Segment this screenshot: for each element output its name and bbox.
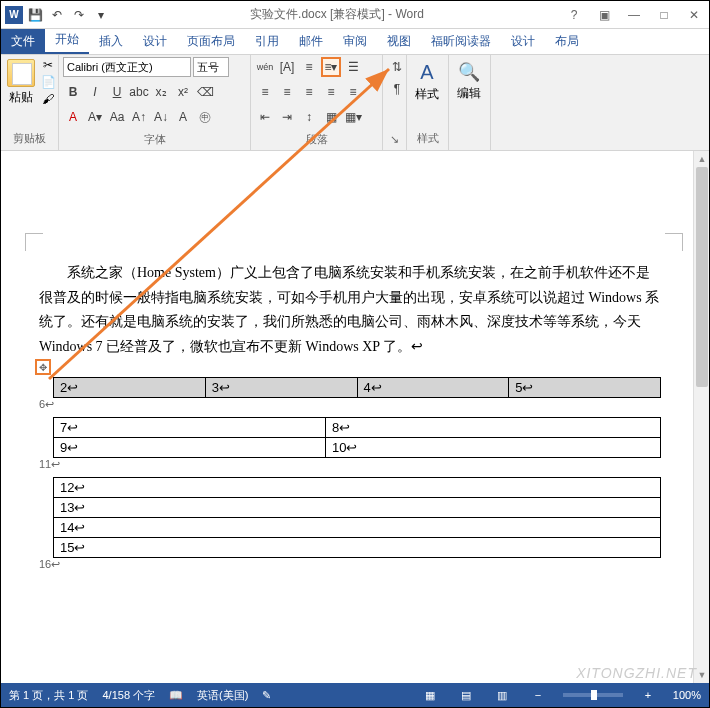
styles-icon: A <box>420 61 433 84</box>
zoom-slider[interactable] <box>563 693 623 697</box>
font-color-icon[interactable]: A▾ <box>85 107 105 127</box>
underline-icon[interactable]: U <box>107 82 127 102</box>
zoom-out-icon[interactable]: − <box>527 686 549 704</box>
enclose-char-icon[interactable]: ㊥ <box>195 107 215 127</box>
find-button[interactable]: 🔍 编辑 <box>453 57 485 106</box>
view-read-icon[interactable]: ▦ <box>419 686 441 704</box>
styles-button[interactable]: A 样式 <box>411 57 443 107</box>
bold-icon[interactable]: B <box>63 82 83 102</box>
superscript-icon[interactable]: x² <box>173 82 193 102</box>
table-2[interactable]: 7↩8↩ 9↩10↩ <box>53 417 661 458</box>
increase-indent-icon[interactable]: ⇥ <box>277 107 297 127</box>
view-web-icon[interactable]: ▥ <box>491 686 513 704</box>
bullets-icon[interactable]: ≡ <box>299 57 319 77</box>
cell[interactable]: 3↩ <box>205 378 357 398</box>
table-3[interactable]: 12↩ 13↩ 14↩ 15↩ <box>53 477 661 558</box>
cell[interactable]: 12↩ <box>54 478 661 498</box>
binoculars-icon: 🔍 <box>458 61 480 83</box>
format-painter-icon[interactable]: 🖌 <box>39 91 57 107</box>
numbering-dropdown-button[interactable]: ≡▾ <box>321 57 341 77</box>
vertical-scrollbar[interactable]: ▲ ▼ <box>693 151 709 683</box>
status-word-count[interactable]: 4/158 个字 <box>102 688 155 703</box>
table-1[interactable]: 2↩ 3↩ 4↩ 5↩ <box>53 377 661 398</box>
cell[interactable]: 4↩ <box>357 378 509 398</box>
table-row: 12↩ <box>54 478 661 498</box>
zoom-level[interactable]: 100% <box>673 689 701 701</box>
decrease-indent-icon[interactable]: ⇤ <box>255 107 275 127</box>
group-font: Calibri (西文正文) 五号 B I U abc x₂ x² ⌫ A A▾… <box>59 55 251 150</box>
font-name-combo[interactable]: Calibri (西文正文) <box>63 57 191 77</box>
shading-icon[interactable]: ▦ <box>321 107 341 127</box>
tab-file[interactable]: 文件 <box>1 29 45 54</box>
line-spacing-icon[interactable]: ↕ <box>299 107 319 127</box>
tab-home[interactable]: 开始 <box>45 27 89 54</box>
italic-icon[interactable]: I <box>85 82 105 102</box>
tab-insert[interactable]: 插入 <box>89 29 133 54</box>
tab-page-layout[interactable]: 页面布局 <box>177 29 245 54</box>
paragraph-group-label: 段落 <box>255 130 378 149</box>
minimize-icon[interactable]: — <box>623 4 645 26</box>
clear-format-icon[interactable]: ⌫ <box>195 82 215 102</box>
shrink-font-icon[interactable]: A↓ <box>151 107 171 127</box>
cell[interactable]: 7↩ <box>54 418 326 438</box>
borders-icon[interactable]: ▦▾ <box>343 107 363 127</box>
align-left-icon[interactable]: ≡ <box>255 82 275 102</box>
cell[interactable]: 8↩ <box>326 418 661 438</box>
cell[interactable]: 15↩ <box>54 538 661 558</box>
tab-review[interactable]: 审阅 <box>333 29 377 54</box>
status-proofing-icon[interactable]: 📖 <box>169 689 183 702</box>
sort-icon[interactable]: ⇅ <box>387 57 407 77</box>
char-border-icon[interactable]: A <box>173 107 193 127</box>
tab-mailings[interactable]: 邮件 <box>289 29 333 54</box>
table-row: 14↩ <box>54 518 661 538</box>
help-icon[interactable]: ? <box>563 4 585 26</box>
cell[interactable]: 13↩ <box>54 498 661 518</box>
cell[interactable]: 2↩ <box>54 378 206 398</box>
status-language[interactable]: 英语(美国) <box>197 688 248 703</box>
styles-label: 样式 <box>415 86 439 103</box>
cell[interactable]: 9↩ <box>54 438 326 458</box>
tab-references[interactable]: 引用 <box>245 29 289 54</box>
highlight-icon[interactable]: A <box>63 107 83 127</box>
tab-foxit[interactable]: 福昕阅读器 <box>421 29 501 54</box>
tab-design[interactable]: 设计 <box>133 29 177 54</box>
scroll-thumb[interactable] <box>696 167 708 387</box>
body-paragraph[interactable]: 系统之家（Home System）广义上包含了电脑系统安装和手机系统安装，在之前… <box>39 261 661 359</box>
qat-dropdown-icon[interactable]: ▾ <box>91 5 111 25</box>
tab-table-layout[interactable]: 布局 <box>545 29 589 54</box>
cut-icon[interactable]: ✂ <box>39 57 57 73</box>
ribbon-options-icon[interactable]: ▣ <box>593 4 615 26</box>
align-justify-icon[interactable]: ≡ <box>321 82 341 102</box>
phonetic-icon[interactable]: wén <box>255 57 275 77</box>
change-case-icon[interactable]: Aa <box>107 107 127 127</box>
cell[interactable]: 14↩ <box>54 518 661 538</box>
zoom-in-icon[interactable]: + <box>637 686 659 704</box>
char-shading-icon[interactable]: [A] <box>277 57 297 77</box>
align-right-icon[interactable]: ≡ <box>299 82 319 102</box>
scroll-up-icon[interactable]: ▲ <box>694 151 710 167</box>
font-size-combo[interactable]: 五号 <box>193 57 229 77</box>
strikethrough-icon[interactable]: abc <box>129 82 149 102</box>
cell[interactable]: 5↩ <box>509 378 661 398</box>
align-center-icon[interactable]: ≡ <box>277 82 297 102</box>
grow-font-icon[interactable]: A↑ <box>129 107 149 127</box>
undo-icon[interactable]: ↶ <box>47 5 67 25</box>
copy-icon[interactable]: 📄 <box>39 74 57 90</box>
view-print-icon[interactable]: ▤ <box>455 686 477 704</box>
status-insert-icon[interactable]: ✎ <box>262 689 271 702</box>
multilevel-icon[interactable]: ☰ <box>343 57 363 77</box>
distributed-icon[interactable]: ≡ <box>343 82 363 102</box>
tab-view[interactable]: 视图 <box>377 29 421 54</box>
paste-button[interactable]: 粘贴 <box>5 57 37 108</box>
maximize-icon[interactable]: □ <box>653 4 675 26</box>
close-icon[interactable]: ✕ <box>683 4 705 26</box>
tab-table-design[interactable]: 设计 <box>501 29 545 54</box>
table-move-handle-icon[interactable]: ✥ <box>35 359 51 375</box>
save-icon[interactable]: 💾 <box>25 5 45 25</box>
status-page[interactable]: 第 1 页，共 1 页 <box>9 688 88 703</box>
show-marks-icon[interactable]: ¶ <box>387 79 407 99</box>
redo-icon[interactable]: ↷ <box>69 5 89 25</box>
page[interactable]: 系统之家（Home System）广义上包含了电脑系统安装和手机系统安装，在之前… <box>9 159 691 683</box>
subscript-icon[interactable]: x₂ <box>151 82 171 102</box>
cell[interactable]: 10↩ <box>326 438 661 458</box>
